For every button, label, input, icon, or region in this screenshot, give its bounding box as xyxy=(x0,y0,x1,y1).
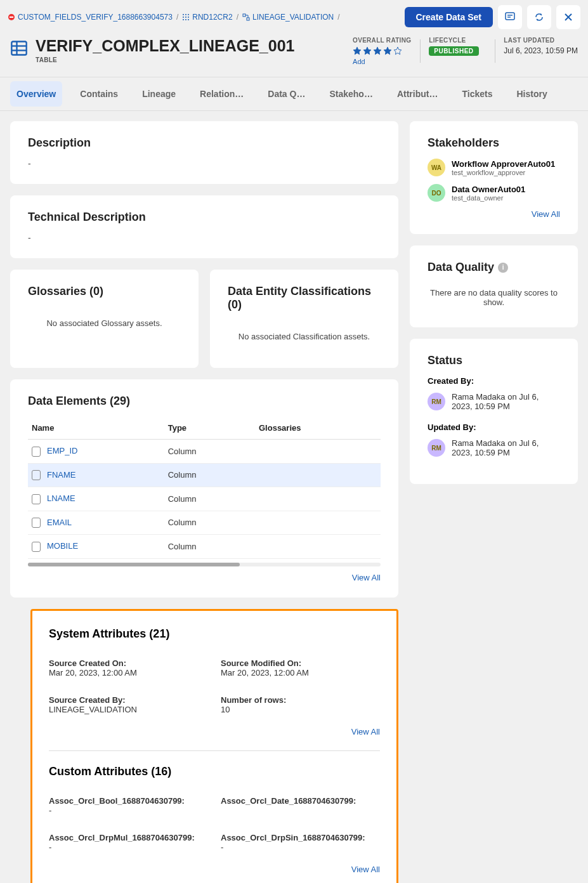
column-icon xyxy=(32,470,41,480)
star-icon xyxy=(373,46,382,55)
stakeholder-item[interactable]: DOData OwnerAuto01test_data_owner xyxy=(428,184,560,202)
attr-value: 10 xyxy=(221,705,380,714)
svg-rect-18 xyxy=(11,42,26,55)
element-name-link[interactable]: LNAME xyxy=(47,494,75,503)
classifications-empty: No associated Classification assets. xyxy=(228,320,381,353)
attr-label: Assoc_Orcl_DrpMul_1688704630799: xyxy=(49,833,208,842)
star-icon xyxy=(393,46,402,55)
description-body: - xyxy=(28,159,381,169)
oracle-icon xyxy=(8,13,15,21)
table-row[interactable]: LNAMEColumn xyxy=(28,487,381,511)
avatar: RM xyxy=(428,439,445,457)
comment-icon xyxy=(504,11,516,23)
svg-point-8 xyxy=(183,19,184,20)
tech-description-body: - xyxy=(28,233,381,243)
tab-history[interactable]: History xyxy=(510,81,553,107)
tab-contains[interactable]: Contains xyxy=(74,81,124,107)
stakeholders-card: Stakeholders WAWorkflow ApproverAuto01te… xyxy=(410,121,578,234)
custom-attributes-title: Custom Attributes (16) xyxy=(49,765,380,778)
refresh-button[interactable] xyxy=(527,5,551,29)
attr-label: Source Modified On: xyxy=(221,658,380,668)
last-updated-value: Jul 6, 2023, 10:59 PM xyxy=(504,46,578,55)
updated-by-label: Updated By: xyxy=(428,422,560,432)
breadcrumb: CUSTOM_FIELDS_VERIFY_1688663904573 / RND… xyxy=(8,13,340,22)
tab-overview[interactable]: Overview xyxy=(10,81,62,107)
created-by-value: Rama Madaka on Jul 6, 2023, 10:59 PM xyxy=(452,392,560,411)
tab-relation[interactable]: Relation… xyxy=(193,81,250,107)
horizontal-scrollbar[interactable] xyxy=(28,563,381,566)
data-quality-empty: There are no data quality scores to show… xyxy=(428,283,560,312)
column-icon xyxy=(32,494,41,504)
page-title: VERIFY_COMPLEX_LINEAGE_001 xyxy=(36,37,294,55)
close-icon xyxy=(563,11,574,23)
column-icon xyxy=(32,447,41,457)
element-name-link[interactable]: FNAME xyxy=(47,470,76,480)
tab-stakeho[interactable]: Stakeho… xyxy=(323,81,379,107)
svg-rect-1 xyxy=(10,16,13,18)
data-elements-viewall[interactable]: View All xyxy=(28,573,381,582)
breadcrumb-item[interactable]: RND12CR2 xyxy=(182,13,232,22)
element-type: Column xyxy=(164,440,255,464)
table-row[interactable]: FNAMEColumn xyxy=(28,463,381,487)
tab-tickets[interactable]: Tickets xyxy=(455,81,499,107)
svg-point-10 xyxy=(188,19,189,20)
svg-point-9 xyxy=(185,19,186,20)
info-icon[interactable]: i xyxy=(498,263,508,273)
attr-value: - xyxy=(221,842,380,852)
add-rating-link[interactable]: Add xyxy=(353,58,411,65)
star-icon xyxy=(353,46,362,55)
attr-label: Assoc_Orcl_Bool_1688704630799: xyxy=(49,796,208,806)
attr-value: - xyxy=(49,842,208,852)
element-type: Column xyxy=(164,463,255,487)
tab-lineage[interactable]: Lineage xyxy=(136,81,182,107)
attr-label: Assoc_Orcl_Date_1688704630799: xyxy=(221,796,380,806)
page-subtitle: TABLE xyxy=(36,56,294,63)
schema-icon xyxy=(242,13,250,21)
stakeholder-item[interactable]: WAWorkflow ApproverAuto01test_workflow_a… xyxy=(428,159,560,176)
system-attributes-title: System Attributes (21) xyxy=(49,627,380,641)
overall-rating-label: OVERALL RATING xyxy=(353,37,411,44)
lifecycle-label: LIFECYCLE xyxy=(429,37,486,44)
svg-point-4 xyxy=(188,14,189,15)
breadcrumb-item[interactable]: CUSTOM_FIELDS_VERIFY_1688663904573 xyxy=(8,13,173,22)
comment-button[interactable] xyxy=(498,5,522,29)
classifications-card: Data Entity Classifications (0) No assoc… xyxy=(210,270,398,368)
svg-rect-11 xyxy=(243,14,245,16)
svg-rect-13 xyxy=(506,13,514,20)
glossaries-card: Glossaries (0) No associated Glossary as… xyxy=(10,270,199,368)
tab-dataq[interactable]: Data Q… xyxy=(261,81,311,107)
column-header: Name xyxy=(28,417,164,440)
avatar: DO xyxy=(428,184,445,202)
table-row[interactable]: MOBILEColumn xyxy=(28,535,381,559)
attr-value: Mar 20, 2023, 12:00 AM xyxy=(221,668,380,677)
status-card: Status Created By: RM Rama Madaka on Jul… xyxy=(410,339,578,484)
status-title: Status xyxy=(428,354,560,367)
avatar: RM xyxy=(428,393,445,410)
tab-attribut[interactable]: Attribut… xyxy=(391,81,445,107)
attr-label: Assoc_Orcl_DrpSin_1688704630799: xyxy=(221,833,380,842)
custom-attributes-viewall[interactable]: View All xyxy=(49,865,380,874)
table-row[interactable]: EMP_IDColumn xyxy=(28,440,381,464)
create-data-set-button[interactable]: Create Data Set xyxy=(405,7,493,27)
glossaries-title: Glossaries (0) xyxy=(28,285,181,298)
stakeholders-viewall[interactable]: View All xyxy=(428,209,560,219)
attr-label: Source Created By: xyxy=(49,695,208,705)
attr-value: LINEAGE_VALIDATION xyxy=(49,705,208,714)
element-name-link[interactable]: EMAIL xyxy=(47,518,72,527)
svg-point-5 xyxy=(183,16,184,18)
stakeholder-role: test_workflow_approver xyxy=(452,169,555,176)
system-attributes-viewall[interactable]: View All xyxy=(49,727,380,736)
column-header: Type xyxy=(164,417,255,440)
description-title: Description xyxy=(28,136,381,150)
element-name-link[interactable]: EMP_ID xyxy=(47,446,77,455)
svg-point-3 xyxy=(185,14,186,15)
avatar: WA xyxy=(428,159,445,176)
attr-value: - xyxy=(49,806,208,815)
tabs: OverviewContainsLineageRelation…Data Q…S… xyxy=(0,77,588,111)
tech-description-title: Technical Description xyxy=(28,211,381,224)
element-name-link[interactable]: MOBILE xyxy=(47,541,78,551)
rating-stars xyxy=(353,46,411,55)
breadcrumb-item[interactable]: LINEAGE_VALIDATION xyxy=(242,13,334,22)
table-row[interactable]: EMAILColumn xyxy=(28,511,381,535)
close-button[interactable] xyxy=(556,5,580,29)
